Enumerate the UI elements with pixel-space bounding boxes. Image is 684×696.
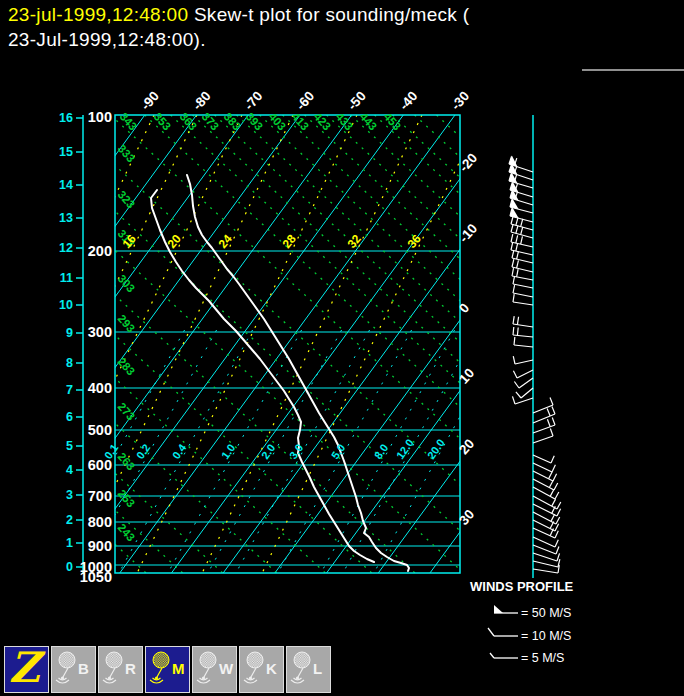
svg-text:423: 423 [312, 110, 334, 132]
svg-text:243: 243 [116, 521, 138, 543]
svg-text:8: 8 [66, 356, 73, 370]
svg-text:3: 3 [66, 488, 73, 502]
svg-text:16: 16 [59, 111, 73, 125]
svg-text:453: 453 [382, 110, 404, 132]
toolbar-button-z[interactable]: Z [4, 646, 49, 693]
svg-text:-90: -90 [138, 88, 162, 113]
svg-text:403: 403 [267, 110, 289, 132]
svg-text:900: 900 [88, 538, 112, 554]
svg-text:-30: -30 [448, 88, 472, 113]
svg-text:2: 2 [66, 513, 73, 527]
balloon-icon [53, 650, 79, 688]
svg-text:0.2: 0.2 [134, 442, 153, 461]
title-line2: 23-Jul-1999,12:48:00). [8, 27, 680, 52]
svg-text:353: 353 [152, 110, 174, 132]
svg-text:0.4: 0.4 [170, 441, 189, 461]
button-letter: R [125, 660, 136, 677]
top-right-divider [582, 69, 684, 71]
svg-text:200: 200 [88, 243, 112, 259]
button-letter: L [313, 660, 322, 677]
svg-text:300: 300 [88, 324, 112, 340]
svg-text:400: 400 [88, 380, 112, 396]
svg-text:7: 7 [66, 383, 73, 397]
svg-text:4: 4 [66, 463, 73, 477]
svg-text:8.0: 8.0 [372, 442, 391, 461]
svg-text:28: 28 [280, 231, 300, 250]
svg-text:-60: -60 [293, 88, 317, 113]
toolbar-button-r[interactable]: R [98, 646, 143, 693]
svg-text:11: 11 [60, 271, 73, 285]
svg-text:5.0: 5.0 [329, 442, 348, 461]
title-line1: 23-jul-1999,12:48:00 Skew-t plot for sou… [8, 2, 680, 27]
svg-text:36: 36 [405, 231, 425, 250]
title-text: Skew-t plot for sounding/meck ( [188, 4, 469, 25]
button-letter: W [219, 660, 233, 677]
toolbar-button-m[interactable]: M [145, 646, 190, 693]
svg-text:14: 14 [59, 178, 73, 192]
balloon-icon [241, 650, 267, 688]
z-logo: Z [9, 643, 40, 692]
svg-text:1: 1 [66, 536, 73, 550]
svg-text:373: 373 [200, 110, 222, 132]
toolbar-button-w[interactable]: W [192, 646, 237, 693]
svg-text:293: 293 [116, 312, 138, 334]
skewt-app-window: 23-jul-1999,12:48:00 Skew-t plot for sou… [0, 0, 684, 696]
svg-text:433: 433 [334, 110, 356, 132]
toolbar-button-l[interactable]: L [286, 646, 331, 693]
svg-text:443: 443 [358, 110, 380, 132]
svg-text:2.0: 2.0 [259, 442, 278, 461]
toolbar-button-k[interactable]: K [239, 646, 284, 693]
button-letter: M [172, 660, 185, 677]
svg-text:800: 800 [88, 514, 112, 530]
svg-text:3.0: 3.0 [287, 442, 306, 461]
svg-text:5: 5 [66, 439, 73, 453]
svg-text:= 10 M/S: = 10 M/S [521, 629, 571, 643]
balloon-icon [147, 650, 173, 688]
svg-text:700: 700 [88, 488, 112, 504]
button-letter: K [266, 660, 277, 677]
svg-text:32: 32 [345, 231, 365, 250]
svg-text:333: 333 [116, 142, 138, 164]
svg-text:1.0: 1.0 [219, 442, 238, 461]
skewt-chart: 0123456789101112131415161002003004005006… [0, 78, 684, 696]
toolbar-button-b[interactable]: B [51, 646, 96, 693]
svg-text:343: 343 [118, 110, 140, 132]
svg-text:-80: -80 [190, 88, 214, 113]
toolbar: ZBRMWKL [0, 644, 684, 696]
balloon-icon [288, 650, 314, 688]
svg-text:6: 6 [66, 410, 73, 424]
svg-text:10: 10 [59, 298, 73, 312]
balloon-icon [100, 650, 126, 688]
title-timestamp: 23-jul-1999,12:48:00 [8, 4, 188, 25]
svg-text:283: 283 [116, 355, 138, 377]
svg-text:100: 100 [88, 109, 112, 125]
svg-text:-40: -40 [396, 88, 420, 113]
svg-text:1050: 1050 [80, 569, 112, 585]
svg-text:413: 413 [290, 110, 312, 132]
svg-text:12: 12 [59, 241, 73, 255]
svg-text:363: 363 [178, 110, 200, 132]
svg-text:0: 0 [456, 300, 472, 316]
svg-text:-50: -50 [345, 88, 369, 113]
svg-text:24: 24 [216, 231, 236, 250]
svg-text:323: 323 [116, 188, 138, 210]
svg-text:-70: -70 [241, 88, 265, 113]
svg-text:= 50 M/S: = 50 M/S [521, 606, 571, 620]
button-letter: B [78, 660, 89, 677]
svg-text:393: 393 [244, 110, 266, 132]
svg-text:20.0: 20.0 [425, 437, 447, 461]
svg-text:383: 383 [222, 110, 244, 132]
svg-text:WINDS PROFILE: WINDS PROFILE [470, 579, 574, 594]
svg-text:273: 273 [116, 400, 138, 422]
svg-text:12.0: 12.0 [394, 437, 416, 461]
page-title: 23-jul-1999,12:48:00 Skew-t plot for sou… [8, 2, 680, 52]
svg-text:9: 9 [66, 326, 73, 340]
svg-text:500: 500 [88, 422, 112, 438]
svg-text:0: 0 [66, 560, 73, 574]
svg-text:15: 15 [59, 145, 73, 159]
balloon-icon [194, 650, 220, 688]
svg-text:13: 13 [59, 211, 73, 225]
